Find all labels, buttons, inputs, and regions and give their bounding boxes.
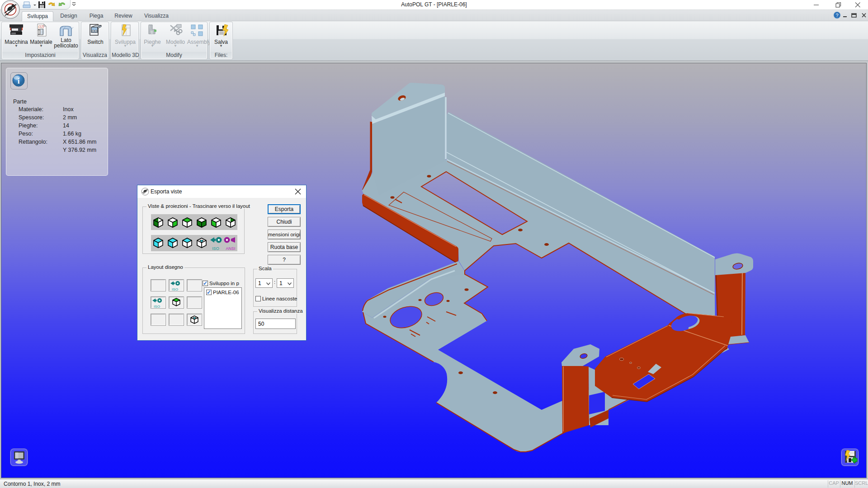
svg-text:ISO: ISO: [154, 305, 160, 308]
svg-text:(12): (12): [38, 25, 44, 28]
svg-text:i: i: [18, 77, 20, 85]
svg-text:ISO: ISO: [172, 287, 178, 291]
svg-text:ISO: ISO: [212, 246, 219, 251]
svg-text:?: ?: [835, 13, 838, 18]
svg-text:ANSI: ANSI: [226, 246, 235, 251]
